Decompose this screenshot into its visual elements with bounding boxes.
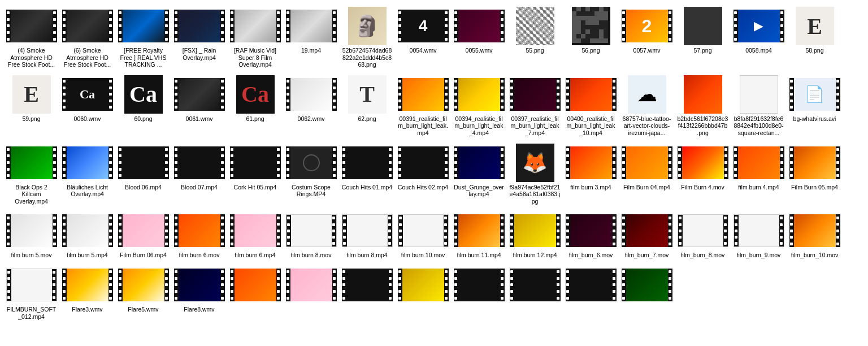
file-item[interactable]: b2bdc561f67208e3f413f2266bbbd47b.png [676, 73, 730, 139]
file-item[interactable]: Black Ops 2 Killcam Overlay.mp4 [5, 141, 58, 207]
sprocket-right [52, 269, 57, 301]
file-item[interactable]: Cork Hit 05.mp4 [228, 141, 282, 207]
file-item[interactable]: Flare3.wmv [60, 263, 114, 322]
file-item[interactable]: ▶0058.mp4 [732, 5, 785, 71]
file-item[interactable]: film_burn_8.mov [676, 209, 730, 261]
thumb-inner [514, 78, 556, 111]
file-item[interactable] [340, 263, 394, 322]
video-thumbnail [118, 10, 169, 42]
file-item[interactable] [284, 263, 338, 322]
file-item[interactable]: film_burn_10.mov [788, 209, 841, 261]
file-item[interactable]: film burn 4.mp4 [732, 141, 785, 207]
file-item[interactable]: 57.png [676, 5, 730, 71]
sprocket-right [108, 269, 113, 301]
file-item[interactable]: 0061.wmv [172, 73, 226, 139]
file-item[interactable]: Flare5.wmv [116, 263, 170, 322]
file-item[interactable] [452, 263, 506, 322]
file-item[interactable]: 00400_realistic_film_burn_light_leak_10.… [564, 73, 618, 139]
file-item[interactable]: 🗿52b6724574dad68822a2e1ddd4b5c868.png [340, 5, 394, 71]
file-item[interactable]: Film Burn 04.mp4 [620, 141, 674, 207]
file-item[interactable]: Bläuliches Licht Overlay.mp4 [60, 141, 114, 207]
file-item[interactable]: Film Burn 4.mov [676, 141, 730, 207]
file-item[interactable]: 40054.wmv [396, 5, 450, 71]
file-item[interactable]: 🦊f9a974ac9e52fbf21e4a58a181af0383.jpg [508, 141, 562, 207]
image-thumbnail: 🦊 [516, 144, 554, 182]
file-label: film burn 8.mov [291, 252, 332, 259]
file-item[interactable]: 📄bg-whatvirus.avi [788, 73, 841, 139]
video-thumbnail [398, 269, 449, 301]
file-item[interactable] [564, 263, 618, 322]
file-item[interactable]: film burn 3.mp4 [564, 141, 618, 207]
thumb-container [118, 7, 169, 45]
file-item[interactable]: film burn 5.mp4 [60, 209, 114, 261]
file-item[interactable]: film_burn_7.mov [620, 209, 674, 261]
file-item[interactable]: 0062.wmv [284, 73, 338, 139]
thumb-container [510, 75, 561, 114]
file-item[interactable]: 56.png [564, 5, 618, 71]
file-item[interactable]: [FREE Royalty Free ] REAL VHS TRACKING .… [116, 5, 170, 71]
file-item[interactable]: film burn 10.mov [396, 209, 450, 261]
file-item[interactable]: film burn 11.mp4 [452, 209, 506, 261]
file-item[interactable]: Couch Hits 01.mp4 [340, 141, 394, 207]
file-item[interactable]: E59.png [5, 73, 58, 139]
video-thumbnail [454, 78, 505, 111]
file-item[interactable]: film_burn_9.mov [732, 209, 785, 261]
file-item[interactable]: film_burn_6.mov [564, 209, 618, 261]
file-item[interactable]: 19.mp4 [284, 5, 338, 71]
file-item[interactable]: Couch Hits 02.mp4 [396, 141, 450, 207]
file-item[interactable]: film burn 8.mov [284, 209, 338, 261]
file-item[interactable]: Film Burn 05.mp4 [788, 141, 841, 207]
sprocket-right [332, 269, 337, 301]
file-item[interactable]: 00391_realistic_film_burn_light_leak.mp4 [396, 73, 450, 139]
file-label: film burn 5.mp4 [67, 252, 107, 259]
file-item[interactable]: 00397_realistic_film_burn_light_leak_7.m… [508, 73, 562, 139]
file-item[interactable]: E58.png [788, 5, 841, 71]
thumb-container [398, 75, 449, 114]
file-item[interactable]: film burn 6.mp4 [228, 209, 282, 261]
file-item[interactable] [508, 263, 562, 322]
file-item[interactable]: Blood 06.mp4 [116, 141, 170, 207]
file-item[interactable]: 00394_realistic_film_burn_light_leak_4.m… [452, 73, 506, 139]
sprocket-left [286, 78, 290, 111]
file-item[interactable]: Ca61.png [228, 73, 282, 139]
sprocket-left [230, 269, 235, 301]
file-item[interactable]: Costum Scope Rings.MP4 [284, 141, 338, 207]
file-item[interactable]: film burn 8.mp4 [340, 209, 394, 261]
video-thumbnail [566, 78, 617, 111]
thumb-inner [347, 215, 388, 246]
thumb-container [342, 144, 393, 182]
file-item[interactable]: film burn 12.mp4 [508, 209, 562, 261]
file-item[interactable]: b8fa8f291632f8fe68842e4fb100d8e0-square-… [732, 73, 785, 139]
file-item[interactable]: 55.png [508, 5, 562, 71]
file-item[interactable]: Film Burn 06.mp4 [116, 209, 170, 261]
sprocket-left [566, 214, 570, 247]
file-item[interactable] [396, 263, 450, 322]
file-item[interactable]: [RAF Music Vid] Super 8 Film Overlay.mp4 [228, 5, 282, 71]
file-label: [FSX] _ Rain Overlay.mp4 [174, 47, 225, 61]
thumb-inner: ▶ [738, 10, 780, 42]
file-item[interactable]: FILMBURN_SOFT_012.mp4 [5, 263, 58, 322]
file-label: 68757-blue-tattoo-art-vector-clouds-irez… [622, 115, 672, 137]
file-item[interactable]: Ca0060.wmv [60, 73, 114, 139]
file-item[interactable]: 0055.wmv [452, 5, 506, 71]
file-item[interactable]: ☁68757-blue-tattoo-art-vector-clouds-ire… [620, 73, 674, 139]
file-item[interactable] [228, 263, 282, 322]
sprocket-right [500, 269, 505, 301]
file-item[interactable]: Blood 07.mp4 [172, 141, 226, 207]
video-thumbnail: 2 [622, 10, 672, 42]
thumb-inner [570, 214, 612, 247]
file-item[interactable]: 20057.wmv [620, 5, 674, 71]
file-item[interactable]: Flare8.wmv [172, 263, 226, 322]
sprocket-left [342, 269, 346, 301]
file-item[interactable]: (6) Smoke Atmosphere HD Free Stock Foot.… [60, 5, 114, 71]
file-item[interactable]: Dust_Grunge_overlay.mp4 [452, 141, 506, 207]
file-item[interactable]: [FSX] _ Rain Overlay.mp4 [172, 5, 226, 71]
file-label: Blood 07.mp4 [181, 184, 218, 191]
file-item[interactable] [620, 263, 674, 322]
file-item[interactable]: T62.png [340, 73, 394, 139]
video-thumbnail [342, 269, 393, 301]
file-item[interactable]: film burn 6.mov [172, 209, 226, 261]
file-item[interactable]: Ca60.png [116, 73, 170, 139]
file-item[interactable]: (4) Smoke Atmosphere HD Free Stock Foot.… [5, 5, 58, 71]
file-item[interactable]: film burn 5.mov [5, 209, 58, 261]
